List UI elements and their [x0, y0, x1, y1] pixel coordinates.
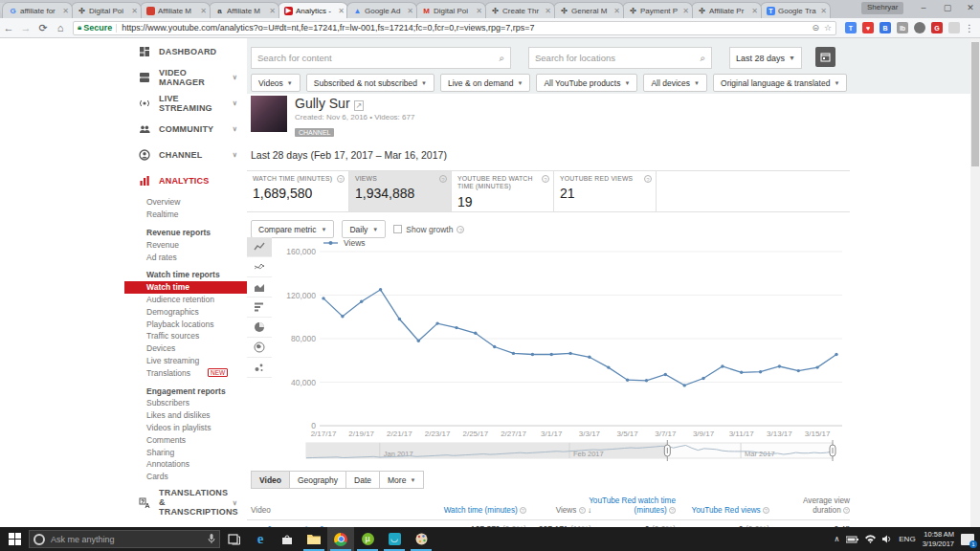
browser-tab-7[interactable]: MDigital Poi✕ [415, 2, 486, 18]
chart-type-bar-chart-icon[interactable] [247, 298, 272, 318]
filter-chip-all-devices[interactable]: All devices▼ [643, 74, 707, 92]
filter-chip-live-on-demand[interactable]: Live & on demand▼ [440, 74, 530, 92]
chart-type-bubble-chart-icon[interactable] [247, 358, 272, 378]
submenu-item-comments[interactable]: Comments [124, 433, 247, 446]
submenu-item-subscribers[interactable]: Subscribers [124, 397, 247, 409]
bookmark-star-icon[interactable]: ☆ [824, 23, 832, 33]
address-bar[interactable]: 🔒︎ Secure https://www.youtube.com/analyt… [73, 21, 836, 35]
browser-tab-1[interactable]: Gaffiliate for✕ [2, 2, 73, 18]
maximize-button[interactable]: ▢ [937, 0, 958, 16]
submenu-item-likes-and-dislikes[interactable]: Likes and dislikes [124, 409, 247, 422]
submenu-item-translations[interactable]: TranslationsNEW [124, 366, 247, 379]
tab-close-icon[interactable]: ✕ [682, 7, 689, 15]
taskbar-app-teal-app[interactable]: ◡ [381, 527, 408, 551]
submenu-item-audience-retention[interactable]: Audience retention [124, 294, 247, 306]
metric-youtube-red-views[interactable]: YOUTUBE RED VIEWS21? [554, 171, 657, 211]
tab-close-icon[interactable]: ✕ [131, 7, 138, 15]
sidebar-item-dashboard[interactable]: DASHBOARD [124, 38, 247, 64]
info-icon[interactable]: ? [337, 175, 345, 183]
submenu-item-realtime[interactable]: Realtime [124, 209, 247, 221]
chart-type-line-chart-icon[interactable] [247, 237, 272, 257]
sidebar-item-community[interactable]: COMMUNITY∨ [124, 116, 247, 142]
extension-circle-icon[interactable] [914, 22, 925, 33]
taskbar-clock[interactable]: 10:58 AM 3/19/2017 [923, 530, 954, 549]
action-center-icon[interactable]: 1 [961, 534, 974, 545]
content-search-input[interactable]: Search for content ⌕ [251, 47, 511, 69]
info-icon[interactable]: ? [542, 175, 549, 183]
filter-chip-all-youtube-products[interactable]: All YouTube products▼ [536, 74, 637, 92]
taskbar-app-file-explorer[interactable] [301, 527, 327, 551]
submenu-item-traffic-sources[interactable]: Traffic sources [124, 330, 247, 342]
browser-tab-4[interactable]: aAffiliate M✕ [209, 2, 279, 18]
zoom-out-icon[interactable]: ⊝ [812, 23, 819, 33]
report-tab-geography[interactable]: Geography [290, 471, 346, 489]
extension-shield-icon[interactable]: G [931, 22, 943, 33]
info-icon[interactable]: ? [763, 507, 769, 514]
extension-lb-icon[interactable]: lb [897, 22, 908, 33]
column-header-youtube-red-views[interactable]: YouTube Red views ? [678, 506, 769, 516]
date-range-dropdown[interactable]: Last 28 days ▼ [729, 47, 802, 69]
tab-close-icon[interactable]: ✕ [200, 7, 207, 15]
locations-search-input[interactable]: Search for locations ⌕ [528, 47, 712, 69]
minimize-button[interactable]: – [913, 0, 934, 16]
filter-chip-original-language-translated[interactable]: Original language & translated▼ [713, 74, 847, 92]
tab-close-icon[interactable]: ✕ [338, 7, 345, 15]
browser-tab-3[interactable]: Affiliate M✕ [140, 2, 211, 18]
channel-avatar[interactable] [251, 96, 287, 132]
filter-chip-subscribed-not-subscribed[interactable]: Subscribed & not subscribed▼ [306, 74, 434, 92]
report-tab-video[interactable]: Video [251, 471, 290, 489]
extension-translate-icon[interactable]: T [845, 22, 857, 33]
browser-tab-10[interactable]: ✣Payment P✕ [622, 2, 693, 18]
back-icon[interactable]: ← [0, 22, 17, 33]
report-tab-more[interactable]: More▼ [380, 471, 424, 489]
page-scrollbar[interactable] [970, 38, 980, 527]
submenu-item-watch-time[interactable]: Watch time [124, 281, 247, 294]
submenu-item-ad-rates[interactable]: Ad rates [124, 251, 247, 263]
chart-type-multi-line-chart-icon[interactable] [247, 257, 272, 277]
show-growth-checkbox[interactable] [393, 225, 402, 233]
browser-tab-9[interactable]: ✣General M✕ [553, 2, 624, 18]
info-icon[interactable]: ? [644, 175, 652, 183]
extension-faded-icon[interactable] [948, 22, 960, 33]
taskbar-app-edge[interactable]: e [247, 527, 274, 551]
browser-tab-8[interactable]: ✣Create Thr✕ [484, 2, 555, 18]
tab-close-icon[interactable]: ✕ [751, 7, 758, 15]
home-icon[interactable]: ⌂ [52, 22, 69, 33]
sidebar-item-channel[interactable]: CHANNEL∨ [124, 142, 247, 167]
submenu-item-playback-locations[interactable]: Playback locations [124, 318, 247, 330]
browser-tab-11[interactable]: ✣Affiliate Pr✕ [691, 2, 762, 18]
search-icon[interactable]: ⌕ [700, 53, 705, 64]
reload-icon[interactable]: ⟳ [34, 22, 52, 34]
extension-heart-icon[interactable]: ♥ [862, 22, 874, 33]
browser-tab-5[interactable]: ▶Analytics -✕ [278, 2, 348, 18]
submenu-item-overview[interactable]: Overview [124, 196, 247, 209]
submenu-item-annotations[interactable]: Annotations [124, 458, 247, 471]
speaker-icon[interactable] [882, 535, 892, 543]
forward-icon[interactable]: → [17, 22, 34, 33]
submenu-item-cards[interactable]: Cards [124, 471, 247, 483]
chart-type-stacked-area-chart-icon[interactable] [247, 277, 272, 298]
column-header-watch-time-minutes-[interactable]: Watch time (minutes) ? [435, 506, 526, 516]
search-icon[interactable]: ⌕ [499, 53, 504, 64]
tray-expand-icon[interactable]: ∧ [834, 535, 839, 543]
tab-close-icon[interactable]: ✕ [407, 7, 413, 15]
start-button[interactable] [0, 527, 29, 551]
info-icon[interactable]: ? [439, 175, 447, 183]
calendar-button[interactable] [815, 47, 835, 67]
metric-views[interactable]: VIEWS1,934,888? [349, 171, 452, 211]
sidebar-item-live-streaming[interactable]: LIVE STREAMING∨ [124, 90, 247, 116]
info-icon[interactable]: ? [457, 226, 464, 233]
filter-chip-videos[interactable]: Videos▼ [251, 74, 301, 92]
metric-watch-time-minutes-[interactable]: WATCH TIME (MINUTES)1,689,580? [247, 171, 349, 211]
language-indicator[interactable]: ENG [899, 535, 915, 543]
metric-youtube-red-watch-time-minutes-[interactable]: YOUTUBE RED WATCH TIME (MINUTES)19? [452, 171, 554, 211]
browser-tab-6[interactable]: ▲Google Ad✕ [346, 2, 417, 18]
tab-close-icon[interactable]: ✕ [476, 7, 482, 15]
tab-close-icon[interactable]: ✕ [545, 7, 551, 15]
close-button[interactable]: ✕ [960, 0, 980, 16]
submenu-item-demographics[interactable]: Demographics [124, 305, 247, 318]
line-chart[interactable]: 040,00080,000120,000160,0002/17/172/19/1… [281, 235, 848, 442]
column-header-views[interactable]: Views ? ↓ [524, 506, 591, 516]
sidebar-item-analytics[interactable]: ANALYTICS [124, 167, 247, 193]
cortana-search-box[interactable]: Ask me anything [29, 530, 220, 548]
